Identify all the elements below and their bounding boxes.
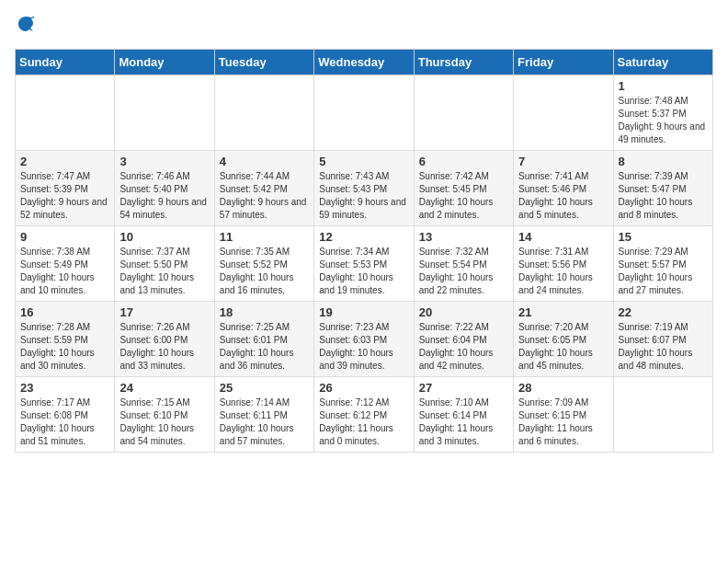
- day-number: 26: [319, 381, 408, 395]
- calendar-cell: 23Sunrise: 7:17 AM Sunset: 6:08 PM Dayli…: [16, 377, 115, 453]
- day-info: Sunrise: 7:37 AM Sunset: 5:50 PM Dayligh…: [119, 246, 209, 297]
- day-number: 28: [518, 381, 608, 395]
- day-number: 12: [319, 230, 408, 244]
- calendar-cell: 2Sunrise: 7:47 AM Sunset: 5:39 PM Daylig…: [16, 151, 115, 226]
- calendar-cell: 8Sunrise: 7:39 AM Sunset: 5:47 PM Daylig…: [613, 151, 712, 226]
- day-number: 15: [619, 230, 708, 244]
- day-of-week-header: Wednesday: [314, 50, 414, 75]
- calendar-cell: 7Sunrise: 7:41 AM Sunset: 5:46 PM Daylig…: [514, 151, 613, 226]
- calendar-cell: [16, 75, 115, 151]
- day-number: 25: [220, 381, 309, 395]
- calendar-cell: 16Sunrise: 7:28 AM Sunset: 5:59 PM Dayli…: [16, 302, 115, 377]
- day-info: Sunrise: 7:44 AM Sunset: 5:42 PM Dayligh…: [220, 170, 309, 222]
- day-number: 20: [419, 305, 508, 319]
- calendar-cell: 6Sunrise: 7:42 AM Sunset: 5:45 PM Daylig…: [414, 151, 513, 226]
- day-number: 5: [319, 155, 408, 168]
- day-info: Sunrise: 7:10 AM Sunset: 6:14 PM Dayligh…: [419, 396, 508, 448]
- calendar-cell: 21Sunrise: 7:20 AM Sunset: 6:05 PM Dayli…: [514, 302, 613, 377]
- day-info: Sunrise: 7:29 AM Sunset: 5:57 PM Dayligh…: [619, 246, 708, 297]
- logo-bird-icon: [17, 15, 35, 33]
- day-info: Sunrise: 7:32 AM Sunset: 5:54 PM Dayligh…: [419, 246, 508, 297]
- calendar-cell: 12Sunrise: 7:34 AM Sunset: 5:53 PM Dayli…: [314, 226, 414, 302]
- calendar-cell: [514, 75, 613, 151]
- day-info: Sunrise: 7:22 AM Sunset: 6:04 PM Dayligh…: [419, 321, 508, 373]
- day-info: Sunrise: 7:28 AM Sunset: 5:59 PM Dayligh…: [20, 321, 109, 373]
- calendar-cell: 25Sunrise: 7:14 AM Sunset: 6:11 PM Dayli…: [214, 377, 313, 453]
- calendar-cell: [314, 75, 414, 151]
- day-number: 27: [419, 381, 508, 395]
- calendar-week-row: 23Sunrise: 7:17 AM Sunset: 6:08 PM Dayli…: [16, 377, 713, 453]
- logo: [15, 15, 35, 38]
- day-info: Sunrise: 7:35 AM Sunset: 5:52 PM Dayligh…: [220, 246, 309, 297]
- calendar-cell: 1Sunrise: 7:48 AM Sunset: 5:37 PM Daylig…: [613, 75, 712, 151]
- calendar-cell: 10Sunrise: 7:37 AM Sunset: 5:50 PM Dayli…: [115, 226, 214, 302]
- day-info: Sunrise: 7:17 AM Sunset: 6:08 PM Dayligh…: [20, 396, 109, 448]
- calendar-cell: [613, 377, 712, 453]
- day-number: 13: [419, 230, 508, 244]
- day-of-week-header: Friday: [514, 50, 613, 75]
- day-info: Sunrise: 7:25 AM Sunset: 6:01 PM Dayligh…: [220, 321, 309, 373]
- calendar-cell: 24Sunrise: 7:15 AM Sunset: 6:10 PM Dayli…: [115, 377, 214, 453]
- day-number: 10: [119, 230, 209, 244]
- day-info: Sunrise: 7:15 AM Sunset: 6:10 PM Dayligh…: [119, 396, 209, 448]
- calendar-cell: 20Sunrise: 7:22 AM Sunset: 6:04 PM Dayli…: [414, 302, 513, 377]
- day-info: Sunrise: 7:09 AM Sunset: 6:15 PM Dayligh…: [518, 396, 608, 448]
- calendar-cell: 11Sunrise: 7:35 AM Sunset: 5:52 PM Dayli…: [214, 226, 313, 302]
- calendar-cell: [414, 75, 513, 151]
- day-info: Sunrise: 7:48 AM Sunset: 5:37 PM Dayligh…: [619, 95, 708, 146]
- calendar-cell: 17Sunrise: 7:26 AM Sunset: 6:00 PM Dayli…: [115, 302, 214, 377]
- calendar-cell: 19Sunrise: 7:23 AM Sunset: 6:03 PM Dayli…: [314, 302, 414, 377]
- day-info: Sunrise: 7:43 AM Sunset: 5:43 PM Dayligh…: [319, 170, 408, 222]
- day-number: 6: [419, 155, 508, 168]
- calendar-cell: 27Sunrise: 7:10 AM Sunset: 6:14 PM Dayli…: [414, 377, 513, 453]
- day-number: 9: [20, 230, 109, 244]
- day-of-week-header: Tuesday: [214, 50, 313, 75]
- day-info: Sunrise: 7:20 AM Sunset: 6:05 PM Dayligh…: [518, 321, 608, 373]
- calendar-cell: 15Sunrise: 7:29 AM Sunset: 5:57 PM Dayli…: [613, 226, 712, 302]
- day-of-week-header: Sunday: [16, 50, 115, 75]
- day-number: 3: [119, 155, 209, 168]
- day-info: Sunrise: 7:46 AM Sunset: 5:40 PM Dayligh…: [119, 170, 209, 222]
- day-number: 14: [518, 230, 608, 244]
- day-number: 19: [319, 305, 408, 319]
- day-info: Sunrise: 7:41 AM Sunset: 5:46 PM Dayligh…: [518, 170, 608, 222]
- calendar-header-row: SundayMondayTuesdayWednesdayThursdayFrid…: [16, 50, 713, 75]
- day-info: Sunrise: 7:14 AM Sunset: 6:11 PM Dayligh…: [220, 396, 309, 448]
- day-info: Sunrise: 7:19 AM Sunset: 6:07 PM Dayligh…: [619, 321, 708, 373]
- day-number: 17: [119, 305, 209, 319]
- calendar-cell: 5Sunrise: 7:43 AM Sunset: 5:43 PM Daylig…: [314, 151, 414, 226]
- calendar-week-row: 16Sunrise: 7:28 AM Sunset: 5:59 PM Dayli…: [16, 302, 713, 377]
- day-of-week-header: Thursday: [414, 50, 513, 75]
- day-number: 24: [119, 381, 209, 395]
- day-number: 8: [619, 155, 708, 168]
- day-info: Sunrise: 7:38 AM Sunset: 5:49 PM Dayligh…: [20, 246, 109, 297]
- day-info: Sunrise: 7:31 AM Sunset: 5:56 PM Dayligh…: [518, 246, 608, 297]
- day-number: 18: [220, 305, 309, 319]
- day-number: 7: [518, 155, 608, 168]
- calendar-cell: 22Sunrise: 7:19 AM Sunset: 6:07 PM Dayli…: [613, 302, 712, 377]
- calendar-cell: 13Sunrise: 7:32 AM Sunset: 5:54 PM Dayli…: [414, 226, 513, 302]
- day-number: 22: [619, 305, 708, 319]
- day-number: 4: [220, 155, 309, 168]
- day-info: Sunrise: 7:47 AM Sunset: 5:39 PM Dayligh…: [20, 170, 109, 222]
- day-info: Sunrise: 7:26 AM Sunset: 6:00 PM Dayligh…: [119, 321, 209, 373]
- calendar-cell: 9Sunrise: 7:38 AM Sunset: 5:49 PM Daylig…: [16, 226, 115, 302]
- day-info: Sunrise: 7:42 AM Sunset: 5:45 PM Dayligh…: [419, 170, 508, 222]
- calendar-cell: [214, 75, 313, 151]
- calendar-cell: 18Sunrise: 7:25 AM Sunset: 6:01 PM Dayli…: [214, 302, 313, 377]
- calendar-cell: 28Sunrise: 7:09 AM Sunset: 6:15 PM Dayli…: [514, 377, 613, 453]
- page-header: [15, 15, 713, 38]
- day-info: Sunrise: 7:12 AM Sunset: 6:12 PM Dayligh…: [319, 396, 408, 448]
- day-number: 23: [20, 381, 109, 395]
- day-of-week-header: Saturday: [613, 50, 712, 75]
- calendar-week-row: 2Sunrise: 7:47 AM Sunset: 5:39 PM Daylig…: [16, 151, 713, 226]
- day-number: 2: [20, 155, 109, 168]
- calendar-cell: 3Sunrise: 7:46 AM Sunset: 5:40 PM Daylig…: [115, 151, 214, 226]
- calendar-cell: 14Sunrise: 7:31 AM Sunset: 5:56 PM Dayli…: [514, 226, 613, 302]
- calendar-cell: [115, 75, 214, 151]
- day-info: Sunrise: 7:39 AM Sunset: 5:47 PM Dayligh…: [619, 170, 708, 222]
- day-info: Sunrise: 7:23 AM Sunset: 6:03 PM Dayligh…: [319, 321, 408, 373]
- day-of-week-header: Monday: [115, 50, 214, 75]
- day-number: 21: [518, 305, 608, 319]
- calendar-week-row: 9Sunrise: 7:38 AM Sunset: 5:49 PM Daylig…: [16, 226, 713, 302]
